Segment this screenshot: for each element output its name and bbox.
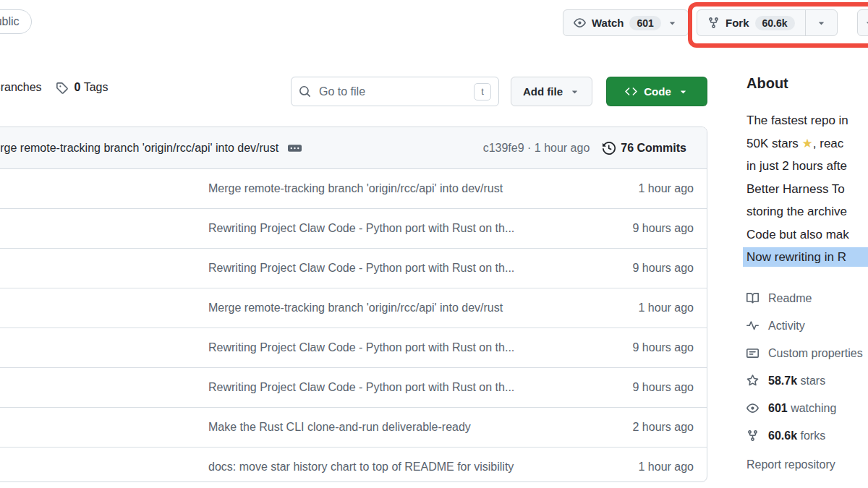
tags-label: Tags — [84, 81, 109, 93]
chevron-down-icon — [667, 17, 678, 28]
readme-link[interactable]: Readme — [746, 285, 868, 312]
repo-meta-list: Readme Activity Custom properties 58.7k … — [746, 285, 868, 479]
row-commit-time: 9 hours ago — [632, 262, 694, 275]
tags-link[interactable]: 0 Tags — [75, 81, 109, 94]
row-commit-time: 9 hours ago — [632, 341, 694, 354]
custom-properties-link[interactable]: Custom properties — [746, 340, 868, 367]
fork-button-group: Fork 60.6k — [697, 9, 838, 36]
table-row[interactable]: Merge remote-tracking branch 'origin/rcc… — [0, 288, 707, 328]
description-line: The fastest repo in — [746, 109, 868, 132]
add-file-button[interactable]: Add file — [511, 77, 592, 106]
note-icon — [746, 347, 759, 359]
row-commit-message[interactable]: Make the Rust CLI clone-and-run delivera… — [208, 421, 471, 434]
go-to-file-search[interactable]: t — [291, 77, 499, 106]
row-commit-message[interactable]: Merge remote-tracking branch 'origin/rcc… — [208, 301, 503, 314]
watching-label: watching — [791, 402, 836, 414]
row-commit-time: 9 hours ago — [632, 222, 694, 235]
commits-count-label: 76 Commits — [621, 142, 686, 155]
latest-commit-message[interactable]: Merge remote-tracking branch 'origin/rcc… — [0, 142, 278, 155]
row-commit-time: 1 hour ago — [638, 301, 694, 314]
latest-commit-header: Merge remote-tracking branch 'origin/rcc… — [0, 127, 707, 169]
search-icon — [299, 85, 311, 98]
fork-icon — [707, 17, 720, 29]
pulse-icon — [746, 320, 759, 332]
report-repository-link[interactable]: Report repository — [746, 451, 868, 479]
keyboard-shortcut-badge: t — [474, 83, 491, 100]
stars-label: stars — [801, 374, 826, 387]
branches-link[interactable]: Branches — [0, 81, 42, 94]
table-row[interactable]: Rewriting Project Claw Code - Python por… — [0, 248, 707, 288]
fork-button[interactable]: Fork 60.6k — [697, 10, 805, 35]
readme-label: Readme — [768, 292, 812, 305]
fork-icon — [746, 429, 759, 442]
about-heading: About — [746, 75, 868, 92]
row-commit-time: 1 hour ago — [638, 182, 694, 195]
chevron-down-icon — [678, 86, 689, 97]
history-icon — [603, 142, 616, 155]
activity-link[interactable]: Activity — [746, 312, 868, 340]
fork-dropdown-button[interactable] — [805, 10, 837, 35]
watch-count-badge: 601 — [629, 16, 660, 30]
row-commit-message[interactable]: Rewriting Project Claw Code - Python por… — [208, 262, 514, 275]
table-row[interactable]: Rewriting Project Claw Code - Python por… — [0, 208, 707, 248]
search-input[interactable] — [318, 85, 467, 99]
row-commit-message[interactable]: docs: move star history chart to top of … — [208, 461, 514, 474]
commit-sha-time[interactable]: c139fe9 · 1 hour ago — [483, 142, 590, 155]
description-line: 50K stars ★, reac — [746, 132, 868, 155]
stars-count: 58.7k — [768, 374, 797, 387]
eye-icon — [574, 17, 586, 29]
stars-stat[interactable]: 58.7k stars — [746, 367, 868, 395]
fork-count-badge: 60.6k — [755, 16, 795, 30]
chevron-down-icon — [864, 17, 868, 28]
star-emoji: ★ — [802, 137, 813, 150]
forks-label: forks — [801, 429, 826, 442]
row-commit-message[interactable]: Merge remote-tracking branch 'origin/rcc… — [208, 182, 503, 195]
table-row[interactable]: Rewriting Project Claw Code - Python por… — [0, 328, 707, 367]
report-repository-label: Report repository — [746, 458, 835, 471]
description-text: 50K stars — [746, 137, 802, 150]
code-icon — [625, 85, 637, 98]
public-badge: Public — [0, 9, 32, 34]
table-row[interactable]: Merge remote-tracking branch 'origin/rcc… — [0, 169, 707, 208]
row-commit-message[interactable]: Rewriting Project Claw Code - Python por… — [208, 381, 514, 394]
code-button[interactable]: Code — [606, 77, 707, 106]
description-line: in just 2 hours afte — [746, 155, 868, 178]
watch-button-label: Watch — [592, 17, 624, 29]
forks-stat[interactable]: 60.6k forks — [746, 422, 868, 450]
chevron-down-icon — [816, 17, 827, 28]
selected-text: Now rewriting in R — [743, 247, 868, 267]
table-row[interactable]: Rewriting Project Claw Code - Python por… — [0, 367, 707, 407]
forks-count: 60.6k — [768, 429, 797, 442]
row-commit-time: 2 hours ago — [632, 421, 694, 434]
commits-history-link[interactable]: 76 Commits — [603, 142, 686, 155]
star-dropdown-button[interactable] — [857, 9, 868, 36]
activity-label: Activity — [768, 320, 805, 333]
add-file-label: Add file — [523, 85, 563, 98]
ellipsis-icon[interactable] — [288, 141, 302, 155]
tag-icon — [56, 82, 68, 94]
description-line-highlighted: Now rewriting in R — [746, 246, 868, 269]
description-line: Code but also mak — [746, 223, 868, 247]
repo-description: The fastest repo in 50K stars ★, reac in… — [746, 109, 868, 269]
table-row[interactable]: Make the Rust CLI clone-and-run delivera… — [0, 407, 707, 447]
public-badge-label: Public — [0, 15, 20, 28]
row-commit-time: 1 hour ago — [638, 461, 694, 474]
branches-tags-nav: Branches 0 Tags — [0, 81, 108, 94]
file-list-table: Merge remote-tracking branch 'origin/rcc… — [0, 127, 707, 482]
chevron-down-icon — [569, 86, 580, 97]
description-line: storing the archive — [746, 200, 868, 223]
table-row[interactable]: docs: move star history chart to top of … — [0, 447, 707, 482]
code-button-label: Code — [644, 85, 671, 98]
watching-stat[interactable]: 601 watching — [746, 395, 868, 422]
row-commit-time: 9 hours ago — [632, 381, 694, 394]
star-icon — [746, 374, 759, 387]
tags-count: 0 — [75, 81, 81, 93]
row-commit-message[interactable]: Rewriting Project Claw Code - Python por… — [208, 222, 514, 235]
about-sidebar: About The fastest repo in 50K stars ★, r… — [746, 75, 868, 479]
row-commit-message[interactable]: Rewriting Project Claw Code - Python por… — [208, 341, 514, 354]
book-icon — [746, 292, 759, 304]
description-text: , reac — [813, 137, 844, 150]
fork-button-label: Fork — [726, 17, 749, 29]
custom-properties-label: Custom properties — [768, 347, 863, 360]
watch-button[interactable]: Watch 601 — [563, 9, 689, 36]
